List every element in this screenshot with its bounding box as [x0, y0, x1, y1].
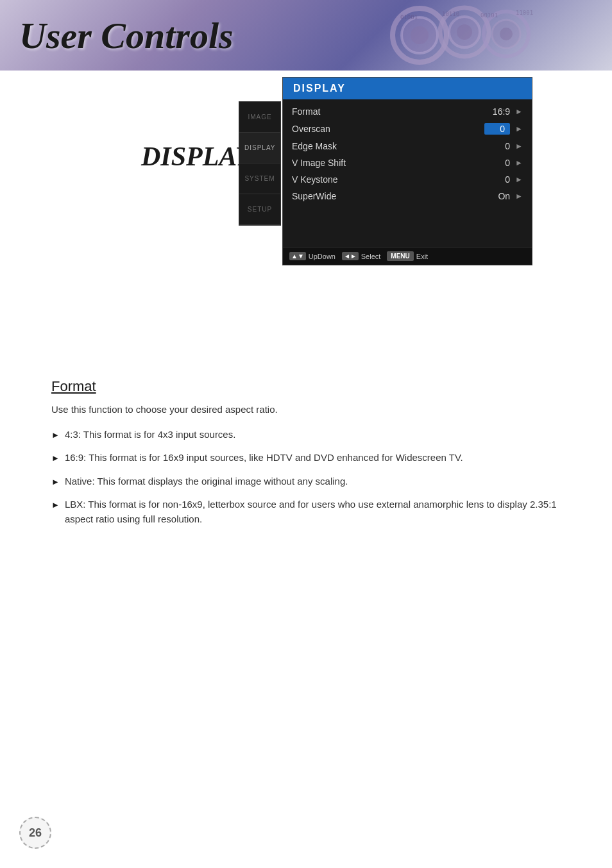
svg-text:10110: 10110 [442, 11, 459, 17]
svg-point-2 [411, 26, 429, 44]
list-item: ► 16:9: This format is for 16x9 input so… [51, 451, 580, 465]
sidebar-item-system[interactable]: SYSTEM [239, 163, 280, 194]
bullet-text: Native: This format displays the origina… [65, 474, 580, 489]
bullet-arrow-icon: ► [51, 452, 60, 465]
svg-text:00101: 00101 [480, 12, 498, 19]
bullet-text: LBX: This format is for non-16x9, letter… [65, 497, 580, 526]
menu-btn[interactable]: MENU [387, 251, 413, 261]
select-label: Select [361, 253, 381, 260]
osd-arrow-superwide: ► [515, 192, 523, 201]
bullet-arrow-icon: ► [51, 499, 60, 512]
footer-menu-exit: MENU Exit [387, 251, 428, 261]
display-section-label: DISPLAY [141, 141, 252, 172]
osd-label-format: Format [292, 106, 484, 117]
bullet-arrow-icon: ► [51, 476, 60, 488]
osd-arrow-overscan: ► [515, 124, 523, 133]
osd-row-superwide[interactable]: SuperWide On ► [283, 188, 532, 204]
osd-row-edge-mask[interactable]: Edge Mask 0 ► [283, 138, 532, 154]
exit-label: Exit [416, 253, 428, 260]
osd-sidebar: IMAGE DISPLAY SYSTEM SETUP [239, 101, 281, 226]
osd-title: DISPLAY [283, 78, 532, 99]
header: User Controls 01001 10110 00101 11001 [0, 0, 612, 71]
content-area: Format Use this function to choose your … [0, 378, 612, 526]
bullet-text: 4:3: This format is for 4x3 input source… [65, 428, 580, 442]
updown-label: UpDown [309, 253, 336, 260]
osd-label-v-image-shift: V Image Shift [292, 158, 484, 168]
osd-value-v-keystone: 0 [484, 174, 510, 185]
svg-text:01001: 01001 [400, 14, 418, 21]
osd-arrow-format: ► [515, 107, 523, 116]
osd-panel: DISPLAY Format 16:9 ► Overscan 0 ► Edge … [282, 77, 532, 265]
header-decoration: 01001 10110 00101 11001 [381, 3, 561, 67]
bullet-list: ► 4:3: This format is for 4x3 input sour… [38, 428, 580, 527]
section-intro: Use this function to choose your desired… [38, 403, 580, 417]
sidebar-item-display[interactable]: DISPLAY [239, 133, 280, 163]
footer-updown: ▲▼ UpDown [289, 252, 336, 260]
osd-label-superwide: SuperWide [292, 191, 484, 201]
sidebar-item-image[interactable]: IMAGE [239, 102, 280, 133]
osd-value-overscan: 0 [484, 123, 510, 135]
leftright-icon: ◄► [342, 252, 359, 260]
osd-value-edge-mask: 0 [484, 141, 510, 151]
osd-menu-area: Format 16:9 ► Overscan 0 ► Edge Mask 0 ►… [283, 99, 532, 247]
page-number: 26 [19, 817, 51, 849]
osd-value-format: 16:9 [484, 106, 510, 117]
svg-point-8 [500, 28, 513, 40]
osd-arrow-edge-mask: ► [515, 142, 523, 151]
osd-label-edge-mask: Edge Mask [292, 141, 484, 151]
osd-value-v-image-shift: 0 [484, 158, 510, 168]
footer-select: ◄► Select [342, 252, 380, 260]
osd-row-overscan[interactable]: Overscan 0 ► [283, 120, 532, 138]
sidebar-item-setup[interactable]: SETUP [239, 194, 280, 225]
list-item: ► Native: This format displays the origi… [51, 474, 580, 489]
page-title: User Controls [0, 14, 234, 57]
osd-row-v-keystone[interactable]: V Keystone 0 ► [283, 171, 532, 188]
list-item: ► 4:3: This format is for 4x3 input sour… [51, 428, 580, 442]
osd-label-overscan: Overscan [292, 124, 484, 134]
osd-footer: ▲▼ UpDown ◄► Select MENU Exit [283, 247, 532, 265]
osd-menu-container: IMAGE DISPLAY SYSTEM SETUP DISPLAY Forma… [282, 77, 532, 265]
osd-value-superwide: On [484, 191, 510, 201]
osd-row-format[interactable]: Format 16:9 ► [283, 103, 532, 120]
updown-icon: ▲▼ [289, 252, 306, 260]
osd-label-v-keystone: V Keystone [292, 174, 484, 185]
osd-arrow-v-image-shift: ► [515, 158, 523, 167]
svg-text:11001: 11001 [516, 10, 533, 16]
osd-row-v-image-shift[interactable]: V Image Shift 0 ► [283, 154, 532, 171]
bullet-arrow-icon: ► [51, 429, 60, 442]
section-title: Format [38, 378, 580, 395]
list-item: ► LBX: This format is for non-16x9, lett… [51, 497, 580, 526]
svg-point-5 [457, 24, 472, 40]
bullet-text: 16:9: This format is for 16x9 input sour… [65, 451, 580, 465]
osd-arrow-v-keystone: ► [515, 175, 523, 184]
